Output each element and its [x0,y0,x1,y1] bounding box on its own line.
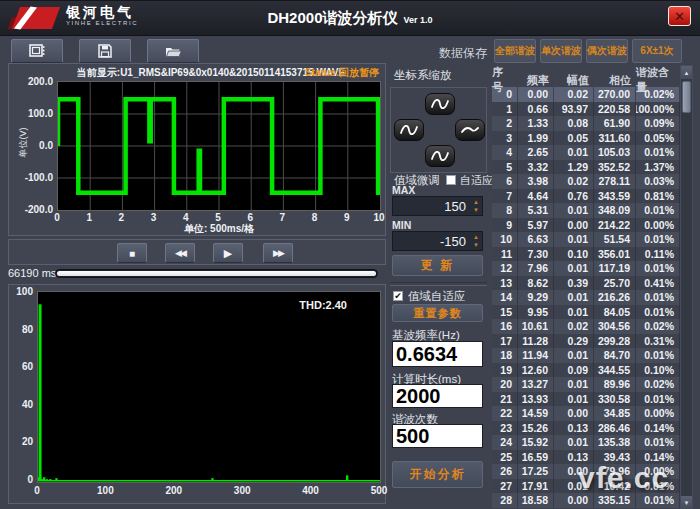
table-row[interactable]: 149.290.01216.260.01% [492,290,680,305]
cell-frequency: 15.92 [518,435,554,450]
zoom-down-button[interactable] [425,145,455,167]
playback-progress-slider[interactable] [55,269,378,278]
cell-index: 15 [492,305,518,320]
table-row[interactable]: 2415.920.01135.380.01% [492,435,680,450]
play-button[interactable]: ▶ [213,243,243,263]
table-row[interactable]: 2214.590.0034.850.00% [492,406,680,421]
spin-down-icon[interactable]: ▼ [473,241,479,249]
table-row[interactable]: 138.620.3925.700.41% [492,276,680,291]
table-row[interactable]: 2617.250.0079.960.00% [492,464,680,479]
table-scrollbar[interactable]: ▲ ▼ [680,65,693,509]
max-label: MAX [392,184,415,196]
table-row[interactable]: 2516.590.1339.430.14% [492,450,680,465]
table-row[interactable]: 1811.940.0184.700.01% [492,348,680,363]
min-spinner[interactable]: ▲ ▼ [473,233,479,249]
table-row[interactable]: 21.330.0861.900.09% [492,116,680,131]
filter-odd-harmonics-button[interactable]: 单次谐波 [540,39,582,63]
cell-phase: 356.01 [594,247,636,262]
spin-up-icon[interactable]: ▲ [473,233,479,241]
cell-amplitude: 0.00 [554,218,594,233]
stop-button[interactable]: ■ [117,243,147,263]
calc-time-input[interactable] [392,384,483,408]
zoom-up-button[interactable] [425,93,455,115]
cell-index: 7 [492,189,518,204]
save-button[interactable] [79,39,131,63]
table-row[interactable]: 95.970.00214.220.00% [492,218,680,233]
waveform-x-unit-label: 单位: 500ms/格 [57,222,381,236]
device-button[interactable] [11,39,63,63]
fast-forward-button[interactable]: ▶▶ [263,243,293,263]
table-row[interactable]: 42.650.01105.030.01% [492,145,680,160]
table-row[interactable]: 117.300.10356.010.11% [492,247,680,262]
cell-frequency: 4.64 [518,189,554,204]
axis-tick-label: 400 [299,485,323,496]
reset-params-button[interactable]: 重置参数 [392,304,483,322]
open-file-button[interactable] [147,39,199,63]
table-row[interactable]: 31.990.05311.600.05% [492,131,680,146]
table-row[interactable]: 85.310.01348.090.01% [492,203,680,218]
table-row[interactable]: 53.321.29352.521.37% [492,160,680,175]
table-row[interactable]: 2717.910.0110.420.01% [492,479,680,494]
table-row[interactable]: 74.640.76343.590.81% [492,189,680,204]
cell-index: 23 [492,421,518,436]
adaptive-checkbox[interactable] [446,175,456,185]
axis-tick-label: 500 [367,485,391,496]
cell-content: 0.14% [636,421,680,436]
cell-frequency: 0.00 [518,87,554,102]
scrollbar-thumb[interactable] [682,81,691,113]
table-row[interactable]: 106.630.0151.540.01% [492,232,680,247]
close-button[interactable]: ✕ [668,6,691,26]
min-input[interactable]: -150 ▲ ▼ [392,231,483,251]
zoom-right-button[interactable] [455,119,485,141]
cell-phase: 84.70 [594,348,636,363]
cell-content: 0.31% [636,334,680,349]
range-auto-checkbox[interactable]: ✔ [393,291,403,301]
filter-6x1-button[interactable]: 6X±1次 [632,39,682,63]
update-button[interactable]: 更 新 [392,255,483,276]
cell-phase: 135.38 [594,435,636,450]
waveform-plot[interactable] [57,81,381,211]
base-freq-input[interactable] [392,341,483,367]
spin-up-icon[interactable]: ▲ [473,198,479,206]
cell-content: 0.05% [636,131,680,146]
filter-even-harmonics-button[interactable]: 偶次谐波 [586,39,628,63]
cell-amplitude: 0.02 [554,87,594,102]
sine-wave-icon [430,150,450,162]
spectrum-plot[interactable] [37,291,381,483]
table-row[interactable]: 127.960.01117.190.01% [492,261,680,276]
cell-phase: 214.22 [594,218,636,233]
table-row[interactable]: 00.000.02270.000.02% [492,87,680,102]
rewind-button[interactable]: ◀◀ [165,243,195,263]
table-row[interactable]: 2113.930.01330.580.01% [492,392,680,407]
table-row[interactable]: 1711.280.29299.280.31% [492,334,680,349]
filter-all-harmonics-button[interactable]: 全部谐波 [494,39,536,63]
max-spinner[interactable]: ▲ ▼ [473,198,479,214]
cell-amplitude: 0.05 [554,131,594,146]
table-body: 00.000.02270.000.02%10.6693.97220.58100.… [492,87,680,508]
cell-content: 0.00% [636,464,680,479]
table-row[interactable]: 2315.260.13286.460.14% [492,421,680,436]
table-row[interactable]: 2818.580.00335.150.01% [492,493,680,508]
table-row[interactable]: 63.980.02278.110.03% [492,174,680,189]
cell-index: 25 [492,450,518,465]
cell-phase: 25.70 [594,276,636,291]
cell-content: 0.09% [636,116,680,131]
table-row[interactable]: 2013.270.0189.960.02% [492,377,680,392]
cell-amplitude: 0.10 [554,247,594,262]
spin-down-icon[interactable]: ▼ [473,206,479,214]
scroll-up-button[interactable]: ▲ [681,66,692,79]
table-row[interactable]: 1912.600.09344.550.10% [492,363,680,378]
start-analysis-button[interactable]: 开始分析 [392,461,483,488]
cell-amplitude: 0.01 [554,392,594,407]
axis-tick-label: -200.0 [11,204,53,215]
harmonic-count-input[interactable] [392,424,483,448]
table-row[interactable]: 10.6693.97220.58100.00% [492,102,680,117]
cell-amplitude: 0.02 [554,174,594,189]
table-row[interactable]: 1610.610.02304.560.02% [492,319,680,334]
range-auto-label: 值域自适应 [408,289,466,304]
table-row[interactable]: 159.950.0184.050.01% [492,305,680,320]
zoom-left-button[interactable] [394,119,424,141]
scroll-down-button[interactable]: ▼ [681,496,692,509]
max-input[interactable]: 150 ▲ ▼ [392,196,483,216]
axis-tick-label: 200 [162,485,186,496]
